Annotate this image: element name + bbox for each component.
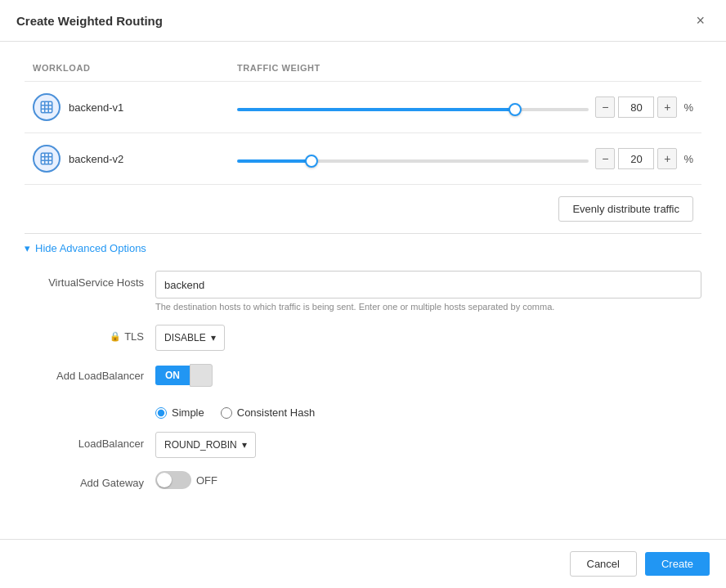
workload-info-v2: backend-v2 [33,145,237,173]
decrement-v2[interactable]: − [595,148,615,169]
tls-row: 🔒 TLS DISABLE ▾ [25,325,701,351]
loadbalancer-dropdown[interactable]: ROUND_ROBIN ▾ [155,432,256,458]
workload-row-v1: backend-v1 − + % [25,82,701,133]
gateway-toggle: OFF [155,471,701,489]
col-workload-header: WORKLOAD [33,63,237,73]
create-button[interactable]: Create [645,552,710,576]
percent-label-v2: % [683,153,693,165]
tls-dropdown[interactable]: DISABLE ▾ [155,325,225,351]
increment-v2[interactable]: + [657,148,677,169]
stepper-v1: − + [595,97,677,118]
virtual-service-hosts-field: The destination hosts to which traffic i… [155,271,701,312]
tls-label: 🔒 TLS [25,325,155,343]
tls-field: DISABLE ▾ [155,325,701,351]
table-header: WORKLOAD TRAFFIC WEIGHT [25,58,701,82]
gateway-toggle-thumb [157,473,172,487]
modal-header: Create Weighted Routing × [0,0,726,42]
stepper-v2: − + [595,148,677,169]
lb-type-row: Simple Consistent Hash [25,400,701,419]
tls-chevron-icon: ▾ [211,332,216,343]
traffic-value-v1[interactable] [618,97,654,118]
cancel-button[interactable]: Cancel [570,551,637,577]
svg-rect-0 [41,101,52,113]
add-loadbalancer-row: Add LoadBalancer ON [25,364,701,387]
lock-icon: 🔒 [110,331,121,342]
chevron-down-icon: ▾ [25,242,30,254]
add-loadbalancer-label: Add LoadBalancer [25,364,155,382]
modal: Create Weighted Routing × WORKLOAD TRAFF… [0,0,726,588]
close-button[interactable]: × [691,11,710,29]
radio-consistent-label: Consistent Hash [237,406,315,419]
radio-consistent-option[interactable]: Consistent Hash [221,406,315,419]
gateway-toggle-off-label: OFF [196,474,217,487]
traffic-slider-v2[interactable] [237,159,589,163]
add-gateway-field: OFF [155,471,701,489]
advanced-toggle[interactable]: ▾ Hide Advanced Options [25,234,701,263]
tls-value: DISABLE [164,332,206,343]
loadbalancer-toggle: ON [155,364,701,387]
distribute-btn-row: Evenly distribute traffic [25,185,701,233]
modal-footer: Cancel Create [0,539,726,588]
percent-label-v1: % [683,101,693,114]
advanced-toggle-label: Hide Advanced Options [35,242,146,254]
gateway-toggle-track[interactable] [155,471,191,489]
slider-row-v1: − + % [237,97,693,118]
radio-consistent[interactable] [221,407,232,419]
radio-simple-option[interactable]: Simple [155,406,204,419]
modal-title: Create Weighted Routing [16,14,163,28]
workload-info-v1: backend-v1 [33,93,237,121]
slider-container-v2 [237,151,589,166]
loadbalancer-field: ROUND_ROBIN ▾ [155,432,701,458]
loadbalancer-label: LoadBalancer [25,432,155,450]
virtual-service-hosts-helper: The destination hosts to which traffic i… [155,302,701,312]
virtual-service-hosts-label: VirtualService Hosts [25,271,155,289]
radio-simple-label: Simple [172,406,204,419]
loadbalancer-value: ROUND_ROBIN [164,439,237,451]
lb-type-radio-group: Simple Consistent Hash [155,406,701,419]
loadbalancer-toggle-slider[interactable] [190,364,213,387]
loadbalancer-row: LoadBalancer ROUND_ROBIN ▾ [25,432,701,458]
modal-overlay: Create Weighted Routing × WORKLOAD TRAFF… [0,0,726,588]
workload-row-v2: backend-v2 − + % [25,133,701,185]
virtual-service-hosts-row: VirtualService Hosts The destination hos… [25,271,701,312]
loadbalancer-toggle-on[interactable]: ON [155,366,190,385]
workload-icon-v1 [33,93,60,121]
traffic-slider-v1[interactable] [237,108,589,111]
increment-v1[interactable]: + [657,97,677,118]
add-loadbalancer-field: ON [155,364,701,387]
slider-container-v1 [237,100,589,114]
distribute-traffic-button[interactable]: Evenly distribute traffic [558,196,693,222]
modal-body: WORKLOAD TRAFFIC WEIGHT backend-v1 [0,42,726,539]
advanced-section: ▾ Hide Advanced Options VirtualService H… [25,233,701,510]
col-traffic-header: TRAFFIC WEIGHT [237,63,693,73]
add-gateway-label: Add Gateway [25,471,155,489]
workload-name-v2: backend-v2 [69,153,123,165]
traffic-value-v2[interactable] [618,148,654,169]
virtual-service-hosts-input[interactable] [155,271,701,298]
add-gateway-row: Add Gateway OFF [25,471,701,489]
lb-type-field: Simple Consistent Hash [155,400,701,419]
decrement-v1[interactable]: − [595,97,615,118]
workload-icon-v2 [33,145,60,173]
radio-simple[interactable] [155,407,167,419]
svg-rect-1 [41,153,52,164]
advanced-content: VirtualService Hosts The destination hos… [25,263,701,510]
loadbalancer-chevron-icon: ▾ [242,439,247,451]
slider-row-v2: − + % [237,148,693,169]
workload-name-v1: backend-v1 [69,101,123,114]
